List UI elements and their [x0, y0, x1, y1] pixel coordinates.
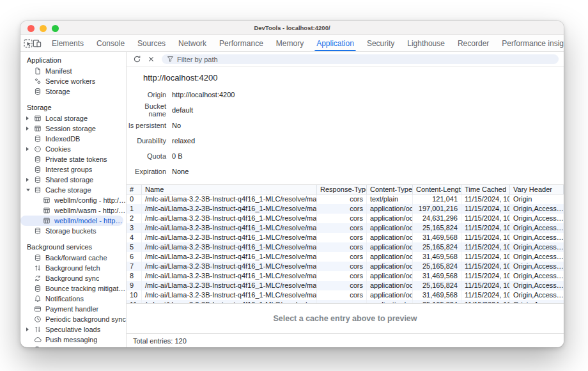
- chevron-right-icon[interactable]: [26, 178, 29, 182]
- sidebar-item-speculative-loads[interactable]: Speculative loads: [20, 324, 126, 335]
- table-cell: 11/15/2024, 10…: [461, 194, 510, 204]
- sidebar-item-label: Session storage: [45, 125, 96, 132]
- tab-label: Performance: [219, 39, 263, 48]
- sidebar-item-private-state-tokens[interactable]: Private state tokens: [20, 154, 126, 164]
- table-cell: 31,469,568: [413, 290, 461, 300]
- expand-toggle[interactable]: [26, 127, 33, 130]
- sidebar-item-storage-buckets[interactable]: Storage buckets: [20, 226, 126, 236]
- refresh-button[interactable]: [130, 53, 143, 66]
- expand-toggle[interactable]: [26, 147, 33, 151]
- sidebar-item-background-sync[interactable]: Background sync: [20, 273, 126, 283]
- column-header-[interactable]: #: [127, 185, 142, 194]
- sidebar-item-manifest[interactable]: Manifest: [20, 66, 126, 76]
- table-row[interactable]: 8/mlc-ai/Llama-3.2-3B-Instruct-q4f16_1-M…: [127, 271, 564, 281]
- metadata-row-quota: Quota0 B: [127, 148, 564, 164]
- close-button[interactable]: [27, 25, 35, 32]
- table-row[interactable]: 10/mlc-ai/Llama-3.2-3B-Instruct-q4f16_1-…: [127, 290, 564, 300]
- sidebar-item-label: Manifest: [45, 67, 72, 75]
- chevron-right-icon[interactable]: [26, 147, 29, 151]
- sidebar-item-cookies[interactable]: Cookies: [20, 144, 126, 154]
- zoom-button[interactable]: [52, 25, 59, 32]
- chevron-right-icon[interactable]: [26, 127, 29, 130]
- table-cell: Origin,Access…: [510, 252, 564, 262]
- table-cell: /mlc-ai/Llama-3.2-3B-Instruct-q4f16_1-ML…: [142, 252, 317, 262]
- inspect-element-button[interactable]: [24, 35, 33, 51]
- device-toolbar-button[interactable]: [33, 35, 42, 51]
- sidebar-item-periodic-background-sync[interactable]: Periodic background sync: [20, 314, 126, 324]
- table-row[interactable]: 0/mlc-ai/Llama-3.2-3B-Instruct-q4f16_1-M…: [127, 194, 564, 204]
- clock-icon: [33, 315, 42, 323]
- delete-button[interactable]: [144, 53, 157, 66]
- table-row[interactable]: 9/mlc-ai/Llama-3.2-3B-Instruct-q4f16_1-M…: [127, 281, 564, 290]
- sidebar-item-back-forward-cache[interactable]: Back/forward cache: [20, 253, 126, 263]
- sidebar-item-local-storage[interactable]: Local storage: [20, 113, 126, 123]
- sidebar-item-webllm-model-http-loc[interactable]: webllm/model - http://loc…: [20, 216, 123, 226]
- table-icon: [33, 114, 42, 122]
- table-row[interactable]: 2/mlc-ai/Llama-3.2-3B-Instruct-q4f16_1-M…: [127, 214, 564, 223]
- tab-performance-insights[interactable]: Performance insights: [495, 35, 564, 51]
- column-header-content-length[interactable]: Content-Length: [413, 185, 461, 194]
- service-workers-icon: [33, 77, 42, 85]
- table-cell: /mlc-ai/Llama-3.2-3B-Instruct-q4f16_1-ML…: [142, 271, 317, 281]
- tab-memory[interactable]: Memory: [270, 35, 310, 51]
- sidebar-item-service-workers[interactable]: Service workers: [20, 76, 126, 86]
- sidebar-item-cache-storage[interactable]: Cache storage: [20, 185, 126, 195]
- minimize-button[interactable]: [40, 25, 47, 32]
- expand-toggle[interactable]: [26, 328, 33, 331]
- expand-toggle[interactable]: [26, 116, 33, 120]
- table-cell: 31,469,568: [413, 271, 461, 281]
- metadata-label: Is persistent: [127, 122, 166, 129]
- tab-performance[interactable]: Performance: [213, 35, 270, 51]
- tab-label: Console: [97, 39, 125, 48]
- tab-network[interactable]: Network: [172, 35, 213, 51]
- sidebar-item-label: Back/forward cache: [45, 254, 107, 262]
- sidebar-item-session-storage[interactable]: Session storage: [20, 123, 126, 134]
- expand-toggle[interactable]: [26, 189, 33, 191]
- sidebar-item-notifications[interactable]: Notifications: [20, 294, 126, 304]
- table-cell: 5: [127, 242, 142, 252]
- column-header-content-type[interactable]: Content-Type: [367, 185, 413, 194]
- chevron-right-icon[interactable]: [26, 116, 29, 120]
- table-cell: 11/15/2024, 10…: [461, 262, 510, 271]
- column-header-response-type[interactable]: Response-Type: [317, 185, 367, 194]
- chevron-right-icon[interactable]: [26, 328, 29, 331]
- tab-application[interactable]: Application: [310, 35, 360, 51]
- table-row[interactable]: 3/mlc-ai/Llama-3.2-3B-Instruct-q4f16_1-M…: [127, 223, 564, 233]
- table-cell: 121,041: [413, 194, 461, 204]
- tab-lighthouse[interactable]: Lighthouse: [401, 35, 451, 51]
- bell-icon: [33, 295, 42, 303]
- table-row[interactable]: 1/mlc-ai/Llama-3.2-3B-Instruct-q4f16_1-M…: [127, 204, 564, 214]
- tab-elements[interactable]: Elements: [45, 35, 90, 51]
- sidebar-item-background-fetch[interactable]: Background fetch: [20, 263, 126, 273]
- filter-input[interactable]: Filter by path: [162, 54, 559, 64]
- sidebar-item-push-messaging[interactable]: Push messaging: [20, 335, 126, 345]
- column-header-vary-header[interactable]: Vary Header: [510, 185, 564, 194]
- table-cell: application/oc…: [367, 233, 413, 242]
- metadata-value: No: [172, 122, 181, 129]
- table-cell: application/oc…: [367, 242, 413, 252]
- sidebar-item-indexeddb[interactable]: IndexedDB: [20, 134, 126, 144]
- sidebar-item-bounce-tracking-mitigations[interactable]: Bounce tracking mitigations: [20, 283, 126, 294]
- sidebar-item-shared-storage[interactable]: Shared storage: [20, 175, 126, 185]
- sidebar-item-webllm-config-http-loc[interactable]: webllm/config - http://loc…: [20, 195, 126, 205]
- table-cell: 11/15/2024, 10…: [461, 214, 510, 223]
- tab-console[interactable]: Console: [90, 35, 131, 51]
- tab-recorder[interactable]: Recorder: [451, 35, 495, 51]
- column-header-time-cached[interactable]: Time Cached: [461, 185, 510, 194]
- table-row[interactable]: 7/mlc-ai/Llama-3.2-3B-Instruct-q4f16_1-M…: [127, 262, 564, 271]
- expand-toggle[interactable]: [26, 178, 33, 182]
- tab-security[interactable]: Security: [360, 35, 401, 51]
- column-header-name[interactable]: Name: [142, 185, 317, 194]
- sidebar-item-label: Background sync: [45, 274, 99, 282]
- tab-sources[interactable]: Sources: [131, 35, 172, 51]
- sidebar-item-webllm-wasm-http-loca[interactable]: webllm/wasm - http://loca…: [20, 205, 126, 216]
- sidebar-item-reporting-api[interactable]: Reporting API: [20, 345, 126, 347]
- table-row[interactable]: 4/mlc-ai/Llama-3.2-3B-Instruct-q4f16_1-M…: [127, 233, 564, 242]
- sidebar-item-payment-handler[interactable]: Payment handler: [20, 304, 126, 314]
- sidebar-item-interest-groups[interactable]: Interest groups: [20, 164, 126, 175]
- cookie-icon: [33, 145, 42, 153]
- table-row[interactable]: 5/mlc-ai/Llama-3.2-3B-Instruct-q4f16_1-M…: [127, 242, 564, 252]
- sidebar-item-storage[interactable]: Storage: [20, 86, 126, 97]
- chevron-down-icon[interactable]: [26, 189, 30, 191]
- table-row[interactable]: 6/mlc-ai/Llama-3.2-3B-Instruct-q4f16_1-M…: [127, 252, 564, 262]
